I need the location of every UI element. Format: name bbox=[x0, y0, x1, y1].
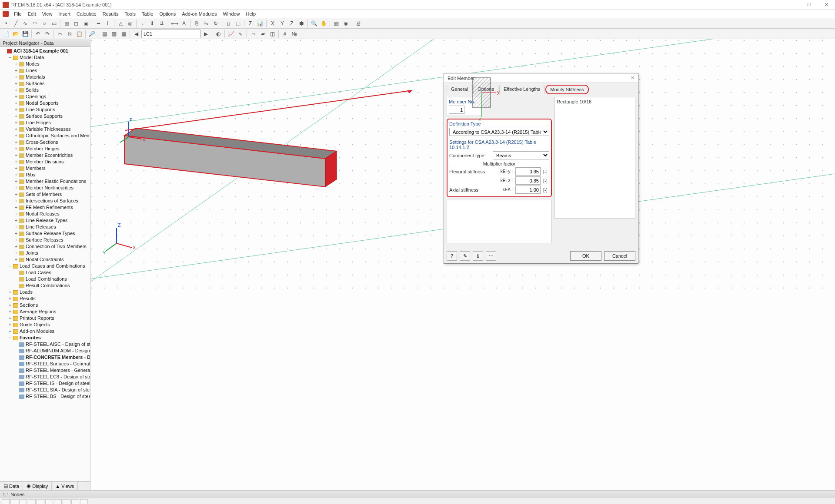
tree-module[interactable]: RF-CONCRETE Members - De bbox=[26, 355, 90, 360]
dialog-close-icon[interactable]: ✕ bbox=[631, 75, 635, 81]
tool-member-icon[interactable]: ━ bbox=[94, 19, 103, 28]
table-btn-1[interactable] bbox=[2, 499, 10, 504]
edit-icon[interactable]: ✎ bbox=[460, 251, 470, 261]
tool-text-icon[interactable]: A bbox=[180, 19, 188, 28]
tree-item[interactable]: Sections bbox=[20, 302, 38, 308]
nav-views-icon[interactable]: ▦ bbox=[119, 30, 128, 38]
tree-item[interactable]: Ribs bbox=[26, 172, 35, 177]
tool-zoom-icon[interactable]: 🔍 bbox=[310, 19, 318, 28]
tree-lc-group[interactable]: Load Cases and Combinations bbox=[20, 263, 85, 269]
lc-prev-icon[interactable]: ◀ bbox=[132, 30, 140, 38]
lc-next-icon[interactable]: ▶ bbox=[201, 30, 210, 38]
tool-support-icon[interactable]: △ bbox=[116, 19, 125, 28]
tree-item[interactable]: Member Elastic Foundations bbox=[26, 179, 86, 184]
undo-icon[interactable]: ↶ bbox=[33, 30, 42, 38]
tab-modify-stiffness[interactable]: Modify Stiffness bbox=[545, 85, 588, 94]
tool-copy-icon[interactable]: ⎘ bbox=[192, 19, 201, 28]
tree-item[interactable]: Variable Thicknesses bbox=[26, 126, 71, 132]
tree-item[interactable]: Cross-Sections bbox=[26, 139, 58, 145]
nav-tab-display[interactable]: ◉Display bbox=[23, 482, 52, 490]
tool-polyline-icon[interactable]: ∿ bbox=[21, 19, 30, 28]
table-btn-6[interactable] bbox=[45, 499, 53, 504]
tree-item[interactable]: Sets of Members bbox=[26, 192, 62, 197]
redo-icon[interactable]: ↷ bbox=[43, 30, 52, 38]
tree-item[interactable]: Line Supports bbox=[26, 107, 55, 112]
table-btn-2[interactable] bbox=[10, 499, 18, 504]
navigator-tree[interactable]: −ACI 318-14 Example 001 −Model Data +Nod… bbox=[0, 47, 90, 481]
tree-item[interactable]: Solids bbox=[26, 87, 39, 93]
tree-item[interactable]: Load Combinations bbox=[26, 276, 67, 282]
tree-module[interactable]: RF-STEEL IS - Design of steel mem bbox=[26, 381, 90, 386]
view-solid-icon[interactable]: ▰ bbox=[258, 30, 267, 38]
tool-render-icon[interactable]: ◉ bbox=[341, 19, 350, 28]
3d-viewport[interactable]: z x Z X Y Edit Member ✕ General Options … bbox=[90, 39, 835, 490]
nav-disp-icon[interactable]: ▥ bbox=[110, 30, 118, 38]
table-btn-8[interactable] bbox=[63, 499, 70, 504]
tree-item[interactable]: Member Divisions bbox=[26, 159, 63, 164]
tree-item[interactable]: Guide Objects bbox=[20, 322, 50, 327]
table-btn-4[interactable] bbox=[28, 499, 36, 504]
menu-calculate[interactable]: Calculate bbox=[74, 10, 99, 17]
maximize-button[interactable]: □ bbox=[803, 2, 815, 7]
tree-module[interactable]: RF-STEEL Surfaces - General stress bbox=[26, 361, 90, 366]
nav-tab-data[interactable]: ▤Data bbox=[0, 482, 23, 490]
menu-file[interactable]: File bbox=[11, 10, 24, 17]
table-btn-5[interactable] bbox=[37, 499, 44, 504]
tree-item[interactable]: Nodes bbox=[26, 61, 40, 66]
help-icon[interactable]: ? bbox=[447, 251, 457, 261]
tree-root[interactable]: ACI 318-14 Example 001 bbox=[13, 48, 68, 53]
tree-module[interactable]: RF-STEEL SIA - Design of steel mem bbox=[26, 387, 90, 392]
tool-lineload-icon[interactable]: ⬇ bbox=[148, 19, 157, 28]
tool-rotate-icon[interactable]: ↻ bbox=[211, 19, 220, 28]
tree-item[interactable]: Loads bbox=[20, 289, 33, 295]
menu-insert[interactable]: Insert bbox=[56, 10, 73, 17]
tool-view-y-icon[interactable]: Y bbox=[278, 19, 287, 28]
tree-item[interactable]: Results bbox=[20, 296, 36, 301]
table-btn-9[interactable] bbox=[71, 499, 79, 504]
tool-grid-icon[interactable]: ▦ bbox=[332, 19, 341, 28]
tool-results-icon[interactable]: 📊 bbox=[256, 19, 264, 28]
tree-item[interactable]: Lines bbox=[26, 68, 37, 73]
nav-tab-views[interactable]: ▲Views bbox=[52, 482, 78, 490]
tree-item[interactable]: Result Combinations bbox=[26, 283, 70, 288]
info-icon[interactable]: ℹ bbox=[473, 251, 483, 261]
tool-iso-icon[interactable]: ⬢ bbox=[297, 19, 306, 28]
tree-item[interactable]: Orthotropic Surfaces and Membranes bbox=[26, 133, 90, 138]
copy-icon[interactable]: ⎘ bbox=[65, 30, 74, 38]
tree-item[interactable]: Members bbox=[26, 166, 46, 171]
tree-item[interactable]: Add-on Modules bbox=[20, 328, 54, 334]
menu-results[interactable]: Results bbox=[100, 10, 121, 17]
tree-item[interactable]: Line Release Types bbox=[26, 218, 67, 223]
new-icon[interactable]: 📄 bbox=[2, 30, 10, 38]
tool-window-icon[interactable]: ⬚ bbox=[234, 19, 242, 28]
menu-tools[interactable]: Tools bbox=[122, 10, 138, 17]
tool-hinge-icon[interactable]: ◎ bbox=[126, 19, 134, 28]
tree-item[interactable]: Load Cases bbox=[26, 270, 51, 275]
tool-dim-icon[interactable]: ⟷ bbox=[170, 19, 179, 28]
deform-icon[interactable]: ∿ bbox=[236, 30, 245, 38]
tool-beam-icon[interactable]: Ⅰ bbox=[104, 19, 112, 28]
loadcase-combo[interactable]: LC1 bbox=[141, 30, 200, 38]
view-wireframe-icon[interactable]: ▱ bbox=[249, 30, 257, 38]
tool-view-x-icon[interactable]: X bbox=[268, 19, 277, 28]
menu-addon[interactable]: Add-on Modules bbox=[179, 10, 219, 17]
paste-icon[interactable]: 📋 bbox=[75, 30, 84, 38]
tree-module[interactable]: RF-ALUMINUM ADM - Design bbox=[26, 348, 90, 353]
table-btn-3[interactable] bbox=[19, 499, 27, 504]
tool-surface-icon[interactable]: ▦ bbox=[62, 19, 71, 28]
tree-item[interactable]: FE Mesh Refinements bbox=[26, 205, 73, 210]
tool-rect-icon[interactable]: ▭ bbox=[50, 19, 58, 28]
menu-window[interactable]: Window bbox=[220, 10, 242, 17]
lc-toggle-icon[interactable]: ◐ bbox=[214, 30, 223, 38]
menu-help[interactable]: Help bbox=[244, 10, 259, 17]
tree-model-data[interactable]: Model Data bbox=[20, 55, 44, 60]
k2-input[interactable] bbox=[515, 176, 541, 185]
tool-circle-icon[interactable]: ○ bbox=[40, 19, 49, 28]
view-transparent-icon[interactable]: ◫ bbox=[268, 30, 277, 38]
tree-module[interactable]: RF-STEEL Members - General stress bbox=[26, 368, 90, 373]
tree-item[interactable]: Member Hinges bbox=[26, 146, 60, 151]
results-toggle-icon[interactable]: 📈 bbox=[227, 30, 235, 38]
tree-item[interactable]: Connection of Two Members bbox=[26, 244, 87, 249]
tree-module[interactable]: RF-STEEL EC3 - Design of steel mem bbox=[26, 374, 90, 379]
table-btn-7[interactable] bbox=[54, 499, 62, 504]
